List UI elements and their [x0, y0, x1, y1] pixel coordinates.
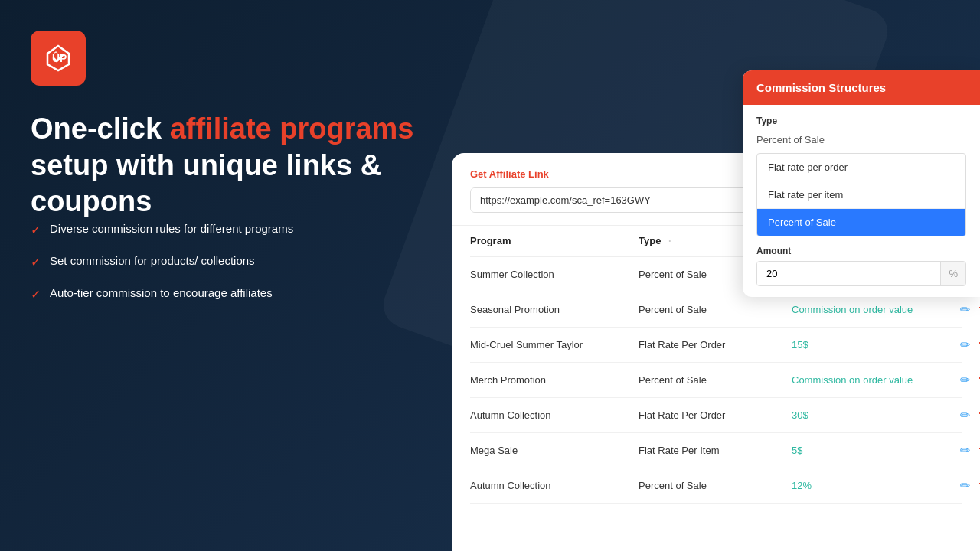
cell-type: Percent of Sale: [639, 480, 792, 491]
cell-active: ✏ 🗑 ···: [960, 373, 980, 387]
dropdown-option-percent[interactable]: Percent of Sale: [757, 209, 965, 236]
dropdown-option-flat-item[interactable]: Flat rate per item: [757, 181, 965, 209]
svg-text:ÛP: ÛP: [52, 51, 67, 64]
cell-amount: 12%: [792, 480, 960, 491]
type-field-label: Type: [756, 116, 966, 126]
cell-program: Autumn Collection: [470, 480, 639, 491]
cell-amount: 15$: [792, 339, 960, 350]
row-actions: ✏ 🗑 ···: [960, 302, 980, 317]
table-row: Merch Promotion Percent of Sale Commissi…: [470, 363, 962, 398]
cell-type: Flat Rate Per Order: [639, 409, 792, 421]
cell-type: Flat Rate Per Order: [639, 339, 792, 350]
edit-button[interactable]: ✏: [960, 443, 970, 458]
row-actions: ✏ 🗑 ···: [960, 337, 980, 352]
checkmark-icon-3: ✓: [31, 287, 41, 302]
feature-text-2: Set commission for products/ collections: [50, 254, 255, 267]
cell-program: Summer Collection: [470, 269, 639, 280]
hero-subtitle: setup with unique links & coupons: [31, 148, 459, 220]
cell-active: ✏ 🗑 ···: [960, 408, 980, 422]
divider-dot: ·: [668, 235, 671, 246]
edit-button[interactable]: ✏: [960, 373, 970, 387]
cell-type: Percent of Sale: [639, 374, 792, 386]
cell-program: Mega Sale: [470, 445, 639, 456]
hero-section: One-click affiliate programs setup with …: [31, 111, 459, 220]
cell-type: Flat Rate Per Item: [639, 445, 792, 456]
cell-program: Mid-Cruel Summer Taylor: [470, 339, 639, 350]
table-row: Mid-Cruel Summer Taylor Flat Rate Per Or…: [470, 328, 962, 363]
cell-amount: 30$: [792, 409, 960, 421]
features-list: ✓ Diverse commission rules for different…: [31, 222, 293, 318]
hero-highlight: affiliate programs: [170, 112, 414, 145]
row-actions: ✏ 🗑 ···: [960, 408, 980, 422]
edit-button[interactable]: ✏: [960, 478, 970, 493]
type-field-current: Percent of Sale: [756, 131, 966, 153]
amount-field: Amount %: [756, 246, 966, 286]
logo: ÛP: [31, 31, 86, 86]
amount-field-label: Amount: [756, 246, 966, 256]
table-row: Autumn Collection Percent of Sale 12% ✏ …: [470, 468, 962, 504]
cell-active: ✏ 🗑 ···: [960, 302, 980, 317]
hero-prefix: One-click: [31, 112, 170, 145]
feature-item-2: ✓ Set commission for products/ collectio…: [31, 254, 293, 269]
feature-item-3: ✓ Auto-tier commission to encourage affi…: [31, 286, 293, 302]
cell-amount: Commission on order value: [792, 374, 960, 386]
cell-type: Percent of Sale: [639, 304, 792, 315]
cell-program: Merch Promotion: [470, 374, 639, 386]
table-row: Autumn Collection Flat Rate Per Order 30…: [470, 398, 962, 433]
cell-program: Autumn Collection: [470, 409, 639, 421]
amount-input[interactable]: [757, 262, 940, 285]
amount-input-wrap: %: [756, 261, 966, 286]
feature-text-3: Auto-tier commission to encourage affili…: [50, 286, 273, 299]
edit-button[interactable]: ✏: [960, 408, 970, 422]
checkmark-icon-1: ✓: [31, 223, 41, 237]
edit-button[interactable]: ✏: [960, 302, 970, 317]
table-row: Mega Sale Flat Rate Per Item 5$ ✏ 🗑 ···: [470, 433, 962, 468]
dropdown-option-flat-order[interactable]: Flat rate per order: [757, 154, 965, 181]
cell-active: ✏ 🗑 ···: [960, 443, 980, 458]
cell-amount: 5$: [792, 445, 960, 456]
feature-text-1: Diverse commission rules for different p…: [50, 222, 293, 235]
commission-popup: Commission Structures Type Percent of Sa…: [743, 70, 980, 297]
row-actions: ✏ 🗑 ···: [960, 443, 980, 458]
edit-button[interactable]: ✏: [960, 337, 970, 352]
commission-popup-header: Commission Structures: [743, 70, 980, 105]
cell-active: ✏ 🗑 ···: [960, 337, 980, 352]
row-actions: ✏ 🗑 ···: [960, 478, 980, 493]
table-row: Seasonal Promotion Percent of Sale Commi…: [470, 292, 962, 328]
logo-icon: ÛP: [43, 43, 74, 73]
cell-program: Seasonal Promotion: [470, 304, 639, 315]
checkmark-icon-2: ✓: [31, 255, 41, 269]
hero-headline: One-click affiliate programs: [31, 111, 459, 148]
cell-amount: Commission on order value: [792, 304, 960, 315]
feature-item-1: ✓ Diverse commission rules for different…: [31, 222, 293, 237]
row-actions: ✏ 🗑 ···: [960, 373, 980, 387]
commission-popup-body: Type Percent of Sale Flat rate per order…: [743, 105, 980, 297]
dropdown-options[interactable]: Flat rate per order Flat rate per item P…: [756, 153, 966, 236]
cell-active: ✏ 🗑 ···: [960, 478, 980, 493]
amount-unit: %: [940, 262, 965, 285]
col-header-program: Program: [470, 235, 639, 246]
